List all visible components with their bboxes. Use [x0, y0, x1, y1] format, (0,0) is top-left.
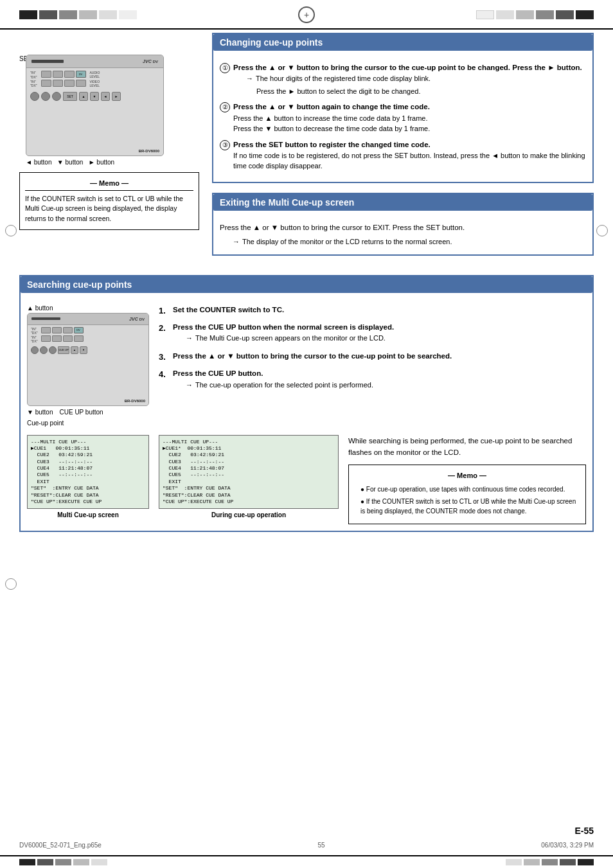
search-step-body-4: Press the CUE UP button. → The cue-up op… — [173, 368, 373, 392]
searching-device-image: JVC DV "IN""DX" "IN""DX" DV — [27, 313, 149, 406]
memo-title: Memo — [25, 178, 193, 191]
searching-memo-bullet-1: For cue-up operation, use tapes with con… — [360, 484, 580, 494]
device-image: JVC DV "IN" "DX" "IN""DX" — [26, 55, 164, 156]
step1-arrow1: → The hour digits of the registered time… — [246, 73, 586, 84]
searching-device-model: BR-DV6000 — [125, 399, 145, 403]
step-num-2: ② — [220, 102, 231, 112]
top-bar-right — [476, 10, 594, 19]
top-bar-block — [19, 10, 37, 19]
top-bar-left — [19, 10, 137, 19]
search-step-2: 2. Press the CUE UP button when the norm… — [159, 322, 586, 346]
step-2: ② Press the ▲ or ▼ button again to chang… — [220, 102, 586, 134]
footer-right: 06/03/03, 3:29 PM — [541, 842, 594, 849]
search-step-3: 3. Press the ▲ or ▼ button to bring the … — [159, 351, 586, 364]
multi-cue-screen-container: ---MULTI CUE UP--- ▶CUE1 00:01:35:11 CUE… — [27, 435, 149, 524]
bottom-bar-block — [91, 859, 107, 865]
bottom-button-labels: ◄ button ▼ button ► button — [26, 159, 199, 166]
top-bar-block — [536, 10, 554, 19]
memo-text: If the COUNTER switch is set to CTL or U… — [25, 194, 193, 224]
exiting-section-content: Press the ▲ or ▼ button to bring the cur… — [213, 217, 592, 254]
bottom-bar-block — [37, 859, 53, 865]
search-step-4: 4. Press the CUE UP button. → The cue-up… — [159, 368, 586, 392]
search-step-num-2: 2. — [159, 322, 173, 335]
exiting-section: Exiting the Multi Cue-up screen Press th… — [212, 193, 594, 256]
step-body-1: Press the ▲ or ▼ button to bring the cur… — [233, 62, 586, 96]
during-cue-screen-label: During cue-up operation — [159, 511, 339, 518]
multi-cue-screen-label: Multi Cue-up screen — [27, 511, 149, 518]
multi-cue-screen: ---MULTI CUE UP--- ▶CUE1 00:01:35:11 CUE… — [27, 435, 149, 509]
searching-bottom-labels: ▼ button CUE UP button — [27, 409, 149, 416]
searching-steps: 1. Set the COUNTER switch to TC. 2. Pres… — [159, 305, 586, 427]
top-bar-block — [119, 10, 137, 19]
search-step2-arrow: → The Multi Cue-up screen appears on the… — [186, 333, 394, 344]
cue-point-label: Cue-up point — [27, 420, 149, 427]
exiting-section-header: Exiting the Multi Cue-up screen — [213, 194, 592, 211]
search-step-num-4: 4. — [159, 368, 173, 381]
exiting-text: Press the ▲ or ▼ button to bring the cur… — [220, 222, 586, 233]
device-diagram: SET button ▲ button JVC DV — [19, 55, 199, 166]
right-column: Changing cue-up points ① Press the ▲ or … — [212, 33, 594, 265]
step-num-1: ① — [220, 62, 231, 73]
search-step-num-1: 1. — [159, 305, 173, 317]
top-bar-block — [99, 10, 117, 19]
footer-left: DV6000E_52-071_Eng.p65e — [19, 842, 102, 849]
search-step-body-1: Set the COUNTER switch to TC. — [173, 305, 284, 315]
left-margin-circle — [5, 225, 17, 236]
searching-section-header: Searching cue-up points — [21, 276, 592, 293]
device-model: BR-DV6000 — [139, 149, 159, 153]
top-bar: + — [0, 0, 613, 30]
bottom-bar-block — [506, 859, 522, 865]
step-body-2: Press the ▲ or ▼ button again to change … — [233, 102, 586, 134]
bottom-bar-left — [19, 859, 107, 865]
top-bar-block — [476, 10, 494, 19]
changing-section-header: Changing cue-up points — [213, 34, 592, 51]
searching-memo: Memo For cue-up operation, use tapes wit… — [348, 465, 586, 524]
bottom-bar-block — [560, 859, 576, 865]
top-bar-block — [59, 10, 77, 19]
searching-cols: ▲ button JVC DV "IN""DX" "IN""DX" — [21, 299, 592, 432]
memo-box: Memo If the COUNTER switch is set to CTL… — [19, 172, 199, 230]
during-cue-screen: ---MULTI CUE UP--- ▶CUE1* 00:01:35:11 CU… — [159, 435, 339, 509]
searching-memo-bullet-2: If the COUNTER switch is set to CTL or U… — [360, 497, 580, 516]
searching-device-area: ▲ button JVC DV "IN""DX" "IN""DX" — [27, 305, 149, 427]
bottom-section: ---MULTI CUE UP--- ▶CUE1 00:01:35:11 CUE… — [21, 435, 592, 531]
step-num-3: ③ — [220, 139, 231, 150]
bottom-bar-block — [542, 859, 558, 865]
bottom-right-area: While searching is being performed, the … — [348, 435, 586, 524]
bottom-bar-block — [73, 859, 89, 865]
bottom-bar-right — [506, 859, 594, 865]
top-bar-block — [556, 10, 574, 19]
left-column: SET button ▲ button JVC DV — [19, 33, 199, 265]
top-bar-block — [576, 10, 594, 19]
bottom-bar-block — [578, 859, 594, 865]
side-text: While searching is being performed, the … — [348, 435, 586, 459]
search-step4-arrow: → The cue-up operation for the selected … — [186, 380, 373, 391]
left-margin-circle-2 — [5, 578, 17, 590]
searching-memo-title: Memo — [354, 470, 580, 481]
search-step-body-2: Press the CUE UP button when the normal … — [173, 322, 394, 346]
changing-section: Changing cue-up points ① Press the ▲ or … — [212, 33, 594, 183]
search-step-1: 1. Set the COUNTER switch to TC. — [159, 305, 586, 317]
footer-center: 55 — [318, 842, 325, 849]
page-footer: DV6000E_52-071_Eng.p65e 55 06/03/03, 3:2… — [19, 842, 594, 849]
step-body-3: Press the SET button to register the cha… — [233, 139, 586, 172]
top-bar-block — [516, 10, 534, 19]
searching-section: Searching cue-up points ▲ button JVC DV … — [19, 275, 594, 532]
top-bar-block — [79, 10, 97, 19]
top-bar-block — [496, 10, 514, 19]
search-step-body-3: Press the ▲ or ▼ button to bring the cur… — [173, 351, 452, 362]
step-3: ③ Press the SET button to register the c… — [220, 139, 586, 172]
searching-up-label: ▲ button — [27, 305, 149, 312]
right-margin-circle — [596, 225, 608, 236]
device-brand: JVC DV — [143, 59, 158, 64]
during-cue-screen-container: ---MULTI CUE UP--- ▶CUE1* 00:01:35:11 CU… — [159, 435, 339, 524]
exiting-arrow: → The display of the monitor or the LCD … — [233, 236, 586, 247]
bottom-bar-block — [524, 859, 540, 865]
bottom-bar-block — [19, 859, 35, 865]
search-step-num-3: 3. — [159, 351, 173, 364]
bottom-bar-block — [55, 859, 71, 865]
page-number: E-55 — [574, 826, 594, 836]
step-1: ① Press the ▲ or ▼ button to bring the c… — [220, 62, 586, 96]
bottom-bar — [0, 855, 613, 868]
top-bar-block — [39, 10, 57, 19]
